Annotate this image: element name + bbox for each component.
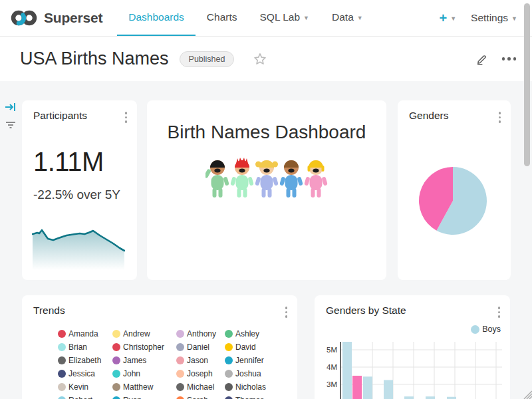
legend-item-kevin[interactable]: Kevin xyxy=(58,380,112,394)
card-genders-by-state: Genders by State Boys 5M4M3M xyxy=(315,295,510,399)
legend-item-ashley[interactable]: Ashley xyxy=(225,327,292,340)
legend-label: Jason xyxy=(187,356,208,365)
legend-dot xyxy=(225,396,233,399)
legend-item-boys[interactable]: Boys xyxy=(471,325,501,334)
child-figure xyxy=(279,158,303,200)
legend-dot xyxy=(58,383,66,391)
legend-item-andrew[interactable]: Andrew xyxy=(112,327,176,340)
kebab-menu-icon[interactable] xyxy=(497,110,503,124)
legend-dot xyxy=(112,370,120,378)
superset-logo[interactable]: Superset xyxy=(0,0,102,36)
legend-dot xyxy=(471,325,479,334)
kebab-menu-icon[interactable] xyxy=(497,305,502,319)
kebab-menu-icon[interactable] xyxy=(124,110,129,124)
chevron-down-icon: ▼ xyxy=(303,15,309,21)
nav-sql-lab[interactable]: SQL Lab▼ xyxy=(249,0,321,36)
legend-item-daniel[interactable]: Daniel xyxy=(176,340,225,354)
legend-dot xyxy=(225,383,233,391)
card-participants: Participants 1.11M -22.5% over 5Y xyxy=(22,100,137,280)
legend-dot xyxy=(225,343,233,351)
legend-label: Kevin xyxy=(68,382,88,392)
chart-title: Genders by State xyxy=(326,305,406,317)
legend-item-thomas[interactable]: Thomas xyxy=(225,394,292,399)
big-number-delta: -22.5% over 5Y xyxy=(33,188,120,202)
sparkline-chart xyxy=(32,229,125,270)
chevron-down-icon: ▼ xyxy=(511,15,517,22)
bar-chart: 5M4M3M xyxy=(315,335,510,399)
filter-icon[interactable] xyxy=(5,120,17,132)
resize-handle-icon[interactable] xyxy=(520,387,532,399)
legend-item-matthew[interactable]: Matthew xyxy=(112,380,176,394)
new-item-button[interactable]: +▼ xyxy=(439,11,456,26)
legend-item-nicholas[interactable]: Nicholas xyxy=(225,380,292,394)
legend-label: Daniel xyxy=(187,342,209,352)
plus-icon: + xyxy=(439,11,447,26)
dashboard-heading: Birth Names Dashboard xyxy=(147,122,386,143)
legend-dot xyxy=(112,330,120,338)
more-actions-ellipsis-icon[interactable] xyxy=(502,57,517,61)
nav-charts[interactable]: Charts xyxy=(196,0,249,36)
legend-dot xyxy=(58,356,66,364)
legend-item-amanda[interactable]: Amanda xyxy=(58,327,112,340)
legend-label: Jessica xyxy=(68,369,95,378)
scrollbar-thumb[interactable] xyxy=(524,3,530,166)
legend-dot xyxy=(112,383,120,391)
chart-title: Genders xyxy=(409,110,448,122)
child-figure xyxy=(255,158,279,200)
legend-item-brian[interactable]: Brian xyxy=(58,340,112,354)
legend-item-james[interactable]: James xyxy=(112,354,176,367)
legend-dot xyxy=(225,356,233,364)
legend-label: Matthew xyxy=(123,382,153,392)
kebab-menu-icon[interactable] xyxy=(284,305,289,319)
legend-item-jessica[interactable]: Jessica xyxy=(58,367,112,380)
legend-item-joshua[interactable]: Joshua xyxy=(225,367,292,380)
legend-item-david[interactable]: David xyxy=(225,340,292,354)
chart-title: Participants xyxy=(33,110,87,122)
legend-label: Christopher xyxy=(123,342,164,352)
legend-item-robert[interactable]: Robert xyxy=(58,394,112,399)
settings-menu[interactable]: Settings▼ xyxy=(471,12,517,24)
svg-text:3M: 3M xyxy=(327,380,337,388)
legend-item-ryan[interactable]: Ryan xyxy=(112,394,176,399)
legend-dot xyxy=(176,370,184,378)
legend-label: Elizabeth xyxy=(68,356,101,365)
pie-chart xyxy=(416,164,489,237)
big-number-value: 1.11M xyxy=(33,147,104,177)
legend-item-joseph[interactable]: Joseph xyxy=(176,367,225,380)
legend-label: James xyxy=(123,356,146,365)
legend-item-christopher[interactable]: Christopher xyxy=(112,340,176,354)
expand-filter-bar-icon[interactable] xyxy=(5,102,17,115)
legend-dot xyxy=(225,330,233,338)
legend-label: Amanda xyxy=(68,329,98,338)
legend-item-michael[interactable]: Michael xyxy=(176,380,225,394)
legend-label: John xyxy=(123,369,140,378)
legend-item-john[interactable]: John xyxy=(112,367,176,380)
legend-label: Thomas xyxy=(235,396,264,399)
dashboard-grid: Participants 1.11M -22.5% over 5Y Birth … xyxy=(0,81,532,399)
nav-dashboards[interactable]: Dashboards xyxy=(117,0,196,36)
legend-label: Robert xyxy=(68,396,92,399)
nav-data[interactable]: Data▼ xyxy=(321,0,374,36)
legend-item-elizabeth[interactable]: Elizabeth xyxy=(58,354,112,367)
legend-label: Anthony xyxy=(187,329,216,338)
legend-label: Sarah xyxy=(187,396,208,399)
chevron-down-icon: ▼ xyxy=(450,15,456,22)
main-nav: Dashboards Charts SQL Lab▼ Data▼ xyxy=(117,0,374,36)
favorite-star-icon[interactable] xyxy=(253,52,267,66)
legend-label: Jennifer xyxy=(235,356,264,365)
legend-item-sarah[interactable]: Sarah xyxy=(176,394,225,399)
top-navbar: Superset Dashboards Charts SQL Lab▼ Data… xyxy=(0,0,532,37)
legend-item-jason[interactable]: Jason xyxy=(176,354,225,367)
legend-item-anthony[interactable]: Anthony xyxy=(176,327,225,340)
card-markdown-header: Birth Names Dashboard xyxy=(147,100,386,280)
children-illustration xyxy=(147,158,386,200)
edit-pencil-icon[interactable] xyxy=(474,52,489,66)
legend-dot xyxy=(112,356,120,364)
legend-item-jennifer[interactable]: Jennifer xyxy=(225,354,292,367)
legend-dot xyxy=(176,356,184,364)
published-badge[interactable]: Published xyxy=(180,51,235,67)
legend-label: Joseph xyxy=(187,369,213,378)
trends-legend: AmandaAndrewAnthonyAshleyBrianChristophe… xyxy=(58,327,292,399)
legend-dot xyxy=(112,343,120,351)
legend-dot xyxy=(112,396,120,399)
